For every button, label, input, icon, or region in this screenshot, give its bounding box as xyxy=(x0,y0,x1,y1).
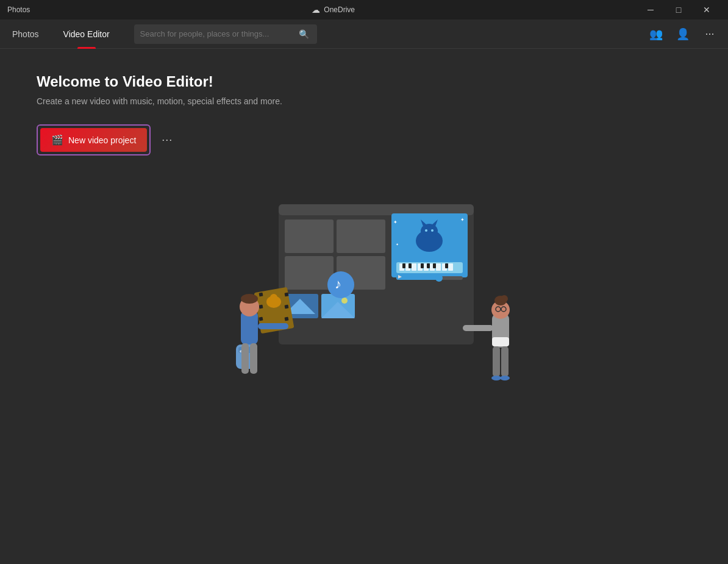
welcome-title: Welcome to Video Editor! xyxy=(37,73,691,90)
svg-point-57 xyxy=(241,294,258,304)
svg-rect-69 xyxy=(501,346,509,377)
svg-rect-29 xyxy=(427,263,430,268)
illustration-area: ✦ ✦ ✦ xyxy=(37,168,691,387)
search-input[interactable] xyxy=(140,29,299,38)
svg-text:✦: ✦ xyxy=(460,217,465,223)
svg-text:✦: ✦ xyxy=(393,220,398,225)
svg-point-39 xyxy=(341,298,348,304)
svg-rect-68 xyxy=(493,346,500,377)
svg-text:✦: ✦ xyxy=(396,243,399,246)
onedrive-icon: ☁ xyxy=(312,5,320,15)
svg-text:♪: ♪ xyxy=(335,276,341,291)
svg-point-70 xyxy=(491,376,501,380)
people-icon: 👥 xyxy=(649,27,663,41)
svg-point-11 xyxy=(425,229,427,232)
search-icon: 🔍 xyxy=(299,29,309,39)
more-options-inline-button[interactable]: ··· xyxy=(158,130,176,150)
svg-rect-58 xyxy=(241,343,249,374)
new-video-btn-label: New video project xyxy=(68,135,136,145)
video-project-icon: 🎬 xyxy=(51,134,63,146)
tab-video-editor[interactable]: Video Editor xyxy=(51,20,122,49)
svg-rect-19 xyxy=(412,263,416,271)
svg-rect-72 xyxy=(463,325,493,331)
svg-rect-2 xyxy=(285,220,334,253)
onedrive-label: OneDrive xyxy=(324,5,355,14)
account-icon: 👤 xyxy=(676,27,690,41)
minimize-button[interactable]: ─ xyxy=(637,0,665,20)
svg-rect-60 xyxy=(258,323,288,329)
title-bar-left: Photos xyxy=(7,5,30,14)
maximize-button[interactable]: □ xyxy=(665,0,693,20)
svg-point-49 xyxy=(270,294,277,301)
button-row: 🎬 New video project ··· xyxy=(37,124,691,155)
window-controls: ─ □ ✕ xyxy=(637,0,721,20)
svg-point-12 xyxy=(431,229,434,232)
svg-rect-25 xyxy=(448,263,453,271)
svg-rect-44 xyxy=(259,317,263,321)
svg-point-71 xyxy=(500,376,510,380)
svg-rect-27 xyxy=(409,263,412,268)
svg-rect-28 xyxy=(421,263,424,268)
more-options-button[interactable]: ··· xyxy=(698,22,722,46)
svg-rect-73 xyxy=(492,337,509,346)
onedrive-section: ☁ OneDrive xyxy=(312,5,355,15)
title-bar: Photos ☁ OneDrive ─ □ ✕ xyxy=(0,0,728,20)
svg-point-34 xyxy=(435,274,443,282)
svg-rect-4 xyxy=(285,256,334,290)
app-name: Photos xyxy=(7,5,30,14)
svg-rect-45 xyxy=(285,293,289,297)
svg-rect-30 xyxy=(433,263,436,268)
people-icon-button[interactable]: 👥 xyxy=(644,22,668,46)
svg-rect-46 xyxy=(285,305,289,309)
search-bar[interactable]: 🔍 xyxy=(134,24,317,44)
hero-illustration: ✦ ✦ ✦ xyxy=(181,168,547,387)
nav-bar: Photos Video Editor 🔍 👥 👤 ··· xyxy=(0,20,728,49)
svg-rect-3 xyxy=(337,220,385,253)
new-video-project-button[interactable]: 🎬 New video project xyxy=(40,128,147,152)
svg-rect-31 xyxy=(445,263,448,268)
tab-photos[interactable]: Photos xyxy=(0,20,51,49)
svg-rect-23 xyxy=(436,263,441,271)
svg-rect-59 xyxy=(250,343,257,374)
svg-point-64 xyxy=(501,295,508,302)
main-content: Welcome to Video Editor! Create a new vi… xyxy=(0,49,728,412)
ellipsis-icon: ··· xyxy=(705,27,714,40)
new-video-btn-wrapper: 🎬 New video project xyxy=(37,124,151,155)
account-icon-button[interactable]: 👤 xyxy=(671,22,695,46)
close-button[interactable]: ✕ xyxy=(693,0,721,20)
nav-right-actions: 👥 👤 ··· xyxy=(644,22,728,46)
svg-rect-42 xyxy=(259,293,263,297)
svg-rect-33 xyxy=(396,276,439,280)
svg-rect-43 xyxy=(259,305,263,309)
svg-rect-26 xyxy=(402,263,405,268)
svg-rect-47 xyxy=(285,317,289,321)
welcome-subtitle: Create a new video with music, motion, s… xyxy=(37,96,691,106)
